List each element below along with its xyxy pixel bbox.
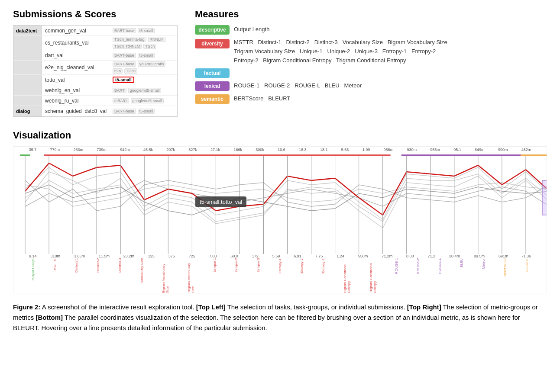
measure-row-diversity: diversity MSTTR Distinct-1 Distinct-2 Di… [195,38,547,65]
caption-bold1: [Top Left] [196,303,226,311]
axis-val: 45.5k [143,148,153,152]
visualization-section: Visualization 35.7 779m 233m 739m 942m 4… [13,130,547,293]
svg-rect-24 [20,154,30,156]
sub-name: totto_val [42,76,111,84]
model-tag: google/mt5-small [131,98,164,103]
svg-rect-27 [521,154,547,156]
model-tag: RNNLM [148,37,165,42]
axis-label: Meteor [482,258,486,293]
task-label-empty [13,75,42,85]
model-tag: t5-small [138,53,155,58]
axis-label: ROUGE-1 [395,258,398,293]
axis-label: BLEURT [525,258,529,293]
axis-label: ROUGE-2 [416,258,420,293]
sub-models: BART-base t5-small [111,27,177,34]
table-row: webnlg_en_val BART google/mt5-small [13,85,177,96]
axis-val: 5.63 [341,148,349,152]
task-label-empty [13,50,42,60]
axis-val: 958m [384,148,394,152]
axis-label: Distinct-1 [74,258,78,293]
model-tag: TGcn [143,44,156,49]
viz-container: 35.7 779m 233m 739m 942m 45.5k 207k 327k… [13,146,547,293]
axis-val: 233m [73,148,83,152]
badge-lexical: lexical [195,81,230,91]
task-label-empty [13,96,42,106]
axis-val: 990m [498,148,508,152]
svg-rect-26 [401,154,523,156]
axis-val: 482m [521,148,531,152]
axis-val: 207k [166,148,175,152]
table-row: webnlg_ru_val mBA31 google/mt5-small [13,96,177,106]
axis-val: 166k [233,148,242,152]
sub-models: t5-small [111,76,177,84]
table-row: e2e_nlg_cleaned_val BART-base you2023gra… [13,61,177,75]
model-tag: google/mt5-small [128,88,162,93]
table-row: cs_restaurants_val TGcn_lemma-tag RNNLM … [13,36,177,50]
table-row: totto_val t5-small [13,75,177,85]
task-label-empty [13,61,42,74]
badge-semantic: semantic [195,94,230,104]
badge-factual: factual [195,68,230,78]
axis-val: 649m [475,148,485,152]
axis-label: Unique-1 [213,258,217,293]
visualization-title: Visualization [13,130,547,141]
axis-label: Trigram Conditional Entropy [369,258,377,293]
measure-items-lexical: ROUGE-1 ROUGE-2 ROUGE-L BLEU Meteor [234,81,547,90]
badge-diversity: diversity [195,39,230,48]
axis-label: Distinct-3 [118,258,122,293]
measures-grid: descriptive Output Length diversity MSTT… [195,25,547,104]
measures-panel: Measures descriptive Output Length diver… [195,9,547,117]
axis-label: Entropy-2 [321,258,325,293]
badge-descriptive: descriptive [195,25,230,35]
model-tag: BART [113,88,126,93]
axis-label: Bigram Conditional Entropy [343,258,351,293]
model-tag: TGcn+RNNLM [113,44,142,49]
table-row: data2text common_gen_val BART-base t5-sm… [13,26,177,36]
svg-rect-25 [44,154,391,156]
axis-val: 16.3 [299,148,307,152]
model-tag: t5-small [138,109,155,114]
caption-bold3: [Bottom] [36,314,63,321]
caption-figure-num: Figure 2: [13,303,40,311]
caption-section: Figure 2: A screenshot of the interactiv… [13,302,547,333]
axis-val: 27.1k [210,148,220,152]
model-tag: t5-s [113,68,123,74]
axis-label: Entropy-1 [278,258,282,293]
axis-label: MSTTR [53,258,57,293]
table-row: dialog schema_guided_dstc8_val BART-base… [13,106,177,116]
axis-val: 95.1 [453,148,461,152]
model-tag: BART-base [113,61,136,67]
sub-models: TGcn_lemma-tag RNNLM TGcn+RNNLM TGcn [111,36,177,50]
model-tag: mBA31 [113,98,129,103]
table-row: dart_val BART-base t5-small [13,50,177,61]
measure-row-lexical: lexical ROUGE-1 ROUGE-2 ROUGE-L BLEU Met… [195,81,547,91]
axis-label: BERTScore [503,258,507,293]
submissions-title: Submissions & Scores [13,9,178,20]
sub-name: e2e_nlg_cleaned_val [42,64,111,71]
measure-row-semantic: semantic BERTScore BLEURT [195,94,547,104]
axis-val: 300k [256,148,264,152]
axis-val: 35.7 [29,148,37,152]
parallel-coordinates-svg: .pcline { fill: none; stroke-width: 1.5;… [13,154,547,254]
sub-name: webnlg_ru_val [42,97,111,105]
measure-items-semantic: BERTScore BLEURT [234,94,547,103]
sub-name: schema_guided_dstc8_val [42,107,111,115]
submissions-table: data2text common_gen_val BART-base t5-sm… [13,25,178,117]
highlighted-model: t5-small [113,77,134,83]
caption-text4: The parallel coordinates visualization o… [13,314,520,331]
sub-models: BART google/mt5-small [111,87,177,94]
tooltip: t5-small.totto_val [195,196,246,207]
model-tag: TGcn [124,68,137,74]
axis-labels-bottom: Output Length MSTTR Distinct-1 Distinct-… [13,256,547,293]
sub-models: mBA31 google/mt5-small [111,97,177,104]
model-tag: t5-small [138,28,155,33]
axis-val: 955m [430,148,440,152]
axis-label: Bigram Vocabulary Size [162,258,169,293]
axis-top: 35.7 779m 233m 739m 942m 45.5k 207k 327k… [13,148,547,152]
submissions-panel: Submissions & Scores data2text common_ge… [13,9,178,117]
axis-label: Trigram Vocabulary Size [187,258,195,293]
axis-val: 10.6 [278,148,285,152]
axis-val: 327k [188,148,197,152]
axis-val: 779m [50,148,60,152]
axis-val: 739m [97,148,107,152]
